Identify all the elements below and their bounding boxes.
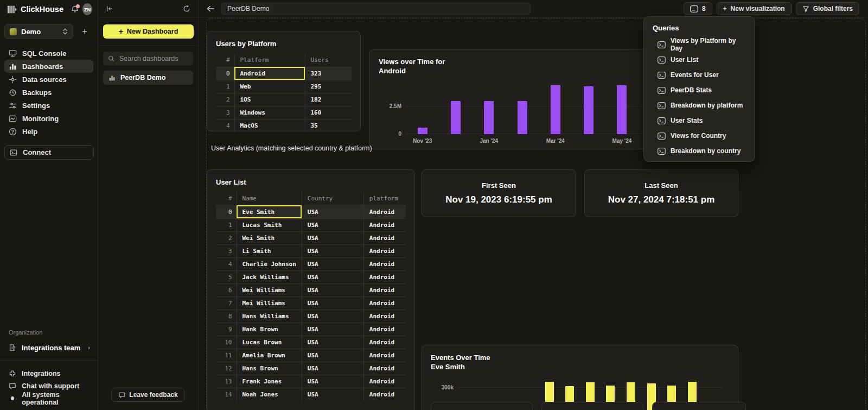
- table-cell[interactable]: Hans Brown: [237, 362, 302, 375]
- query-menu-item[interactable]: PeerDB Stats: [652, 83, 747, 98]
- table-cell[interactable]: Android: [363, 205, 406, 218]
- table-cell[interactable]: USA: [302, 297, 363, 310]
- table-cell[interactable]: Android: [363, 283, 406, 297]
- query-menu-item[interactable]: Breakdown by platform: [652, 98, 747, 113]
- table-cell[interactable]: Hank Brown: [237, 323, 302, 336]
- dashboard-list-item[interactable]: PeerDB Demo: [103, 71, 193, 85]
- new-visualization-button[interactable]: + New visualization: [717, 2, 792, 15]
- table-cell[interactable]: USA: [302, 362, 363, 375]
- table-row[interactable]: 4Charlie JohnsonUSAAndroid: [216, 257, 406, 270]
- sidebar-item-dashboards[interactable]: Dashboards: [4, 60, 93, 73]
- table-cell[interactable]: USA: [302, 388, 363, 401]
- table-cell[interactable]: Eve Smith: [237, 205, 302, 218]
- table-cell[interactable]: Frank Jones: [237, 375, 302, 388]
- query-menu-item[interactable]: Views by Platform by Day: [652, 37, 747, 52]
- table-cell[interactable]: Charlie Johnson: [237, 257, 302, 270]
- workspace-selector[interactable]: Demo: [4, 24, 73, 39]
- table-cell[interactable]: Windows: [234, 106, 305, 119]
- table-cell[interactable]: Android: [363, 297, 406, 310]
- table-row[interactable]: 10Lucas BrownUSAAndroid: [216, 336, 406, 349]
- sidebar-item-monitoring[interactable]: Monitoring: [4, 112, 93, 125]
- table-cell[interactable]: Wei Smith: [237, 231, 302, 244]
- table-row[interactable]: 8Hans WilliamsUSAAndroid: [216, 310, 406, 323]
- table-row[interactable]: 6Wei WilliamsUSAAndroid: [216, 283, 406, 297]
- add-service-button[interactable]: +: [78, 25, 91, 38]
- table-cell[interactable]: 323: [305, 67, 352, 80]
- table-cell[interactable]: USA: [302, 349, 363, 362]
- table-cell[interactable]: 35: [305, 119, 352, 132]
- table-cell[interactable]: Mei Williams: [237, 297, 302, 310]
- table-row[interactable]: 13Frank JonesUSAAndroid: [216, 375, 406, 388]
- sidebar-item-backups[interactable]: Backups: [4, 86, 93, 99]
- table-cell[interactable]: USA: [302, 218, 363, 231]
- table-cell[interactable]: Android: [363, 310, 406, 323]
- query-menu-item[interactable]: User Stats: [652, 113, 747, 128]
- table-cell[interactable]: iOS: [234, 93, 305, 106]
- table-row[interactable]: 12Hans BrownUSAAndroid: [216, 362, 406, 375]
- table-cell[interactable]: Android: [363, 270, 406, 283]
- dashboard-title-input[interactable]: [221, 3, 531, 15]
- system-status[interactable]: All systems operational: [0, 392, 98, 405]
- table-cell[interactable]: USA: [302, 283, 363, 297]
- table-cell[interactable]: USA: [302, 310, 363, 323]
- user-avatar[interactable]: ZN: [82, 3, 92, 15]
- connect-button[interactable]: Connect: [4, 145, 94, 160]
- search-dashboards-input[interactable]: [118, 54, 188, 63]
- collapse-panel-icon[interactable]: [106, 5, 113, 12]
- table-row[interactable]: 4MacOS35: [216, 119, 352, 132]
- sidebar-item-settings[interactable]: Settings: [4, 99, 93, 112]
- table-row[interactable]: 1Web295: [216, 80, 352, 93]
- table-cell[interactable]: Android: [363, 362, 406, 375]
- table-row[interactable]: 7Mei WilliamsUSAAndroid: [216, 297, 406, 310]
- table-row[interactable]: 5Jack WilliamsUSAAndroid: [216, 270, 406, 283]
- new-dashboard-button[interactable]: + New Dashboard: [103, 24, 194, 39]
- table-cell[interactable]: USA: [302, 270, 363, 283]
- table-row[interactable]: 9Hank BrownUSAAndroid: [216, 323, 406, 336]
- table-cell[interactable]: MacOS: [234, 119, 305, 132]
- table-cell[interactable]: 182: [305, 93, 352, 106]
- table-row[interactable]: 2Wei SmithUSAAndroid: [216, 231, 406, 244]
- table-cell[interactable]: Android: [363, 257, 406, 270]
- global-filters-button[interactable]: Global filters: [796, 2, 859, 15]
- table-cell[interactable]: Android: [363, 388, 406, 401]
- table-row[interactable]: 11Amelia BrownUSAAndroid: [216, 349, 406, 362]
- table-row[interactable]: 0Android323: [216, 67, 352, 80]
- table-cell[interactable]: Android: [363, 244, 406, 257]
- table-cell[interactable]: Noah Jones: [237, 388, 302, 401]
- table-cell[interactable]: USA: [302, 231, 363, 244]
- table-cell[interactable]: Android: [363, 231, 406, 244]
- table-cell[interactable]: USA: [302, 336, 363, 349]
- queries-toggle-button[interactable]: 8: [684, 2, 712, 15]
- back-button[interactable]: [206, 5, 215, 12]
- notifications-bell-icon[interactable]: [71, 5, 79, 13]
- table-cell[interactable]: Android: [234, 67, 305, 80]
- table-cell[interactable]: Lucas Brown: [237, 336, 302, 349]
- query-menu-item[interactable]: Events for User: [652, 67, 747, 83]
- refresh-icon[interactable]: [183, 5, 190, 12]
- clickhouse-logo-icon[interactable]: [8, 5, 17, 14]
- leave-feedback-button[interactable]: Leave feedback: [111, 388, 184, 402]
- table-row[interactable]: 3Windows160: [216, 106, 352, 119]
- table-cell[interactable]: Android: [363, 336, 406, 349]
- query-menu-item[interactable]: User List: [652, 52, 747, 67]
- table-cell[interactable]: USA: [302, 375, 363, 388]
- table-cell[interactable]: USA: [302, 257, 363, 270]
- table-cell[interactable]: USA: [302, 205, 363, 218]
- table-cell[interactable]: Lucas Smith: [237, 218, 302, 231]
- table-cell[interactable]: Android: [363, 218, 406, 231]
- table-cell[interactable]: Web: [234, 80, 305, 93]
- table-row[interactable]: 1Lucas SmithUSAAndroid: [216, 218, 406, 231]
- table-cell[interactable]: Hans Williams: [237, 310, 302, 323]
- table-row[interactable]: 0Eve SmithUSAAndroid: [216, 205, 406, 218]
- query-menu-item[interactable]: Breakdown by country: [652, 143, 747, 159]
- sidebar-item-integrations[interactable]: Integrations: [0, 367, 98, 380]
- table-cell[interactable]: USA: [302, 323, 363, 336]
- table-cell[interactable]: 160: [305, 106, 352, 119]
- table-cell[interactable]: Li Smith: [237, 244, 302, 257]
- table-cell[interactable]: Android: [363, 349, 406, 362]
- sidebar-item-help[interactable]: Help: [4, 125, 93, 138]
- table-cell[interactable]: 295: [305, 80, 352, 93]
- table-row[interactable]: 3Li SmithUSAAndroid: [216, 244, 406, 257]
- table-cell[interactable]: Android: [363, 375, 406, 388]
- table-cell[interactable]: Amelia Brown: [237, 349, 302, 362]
